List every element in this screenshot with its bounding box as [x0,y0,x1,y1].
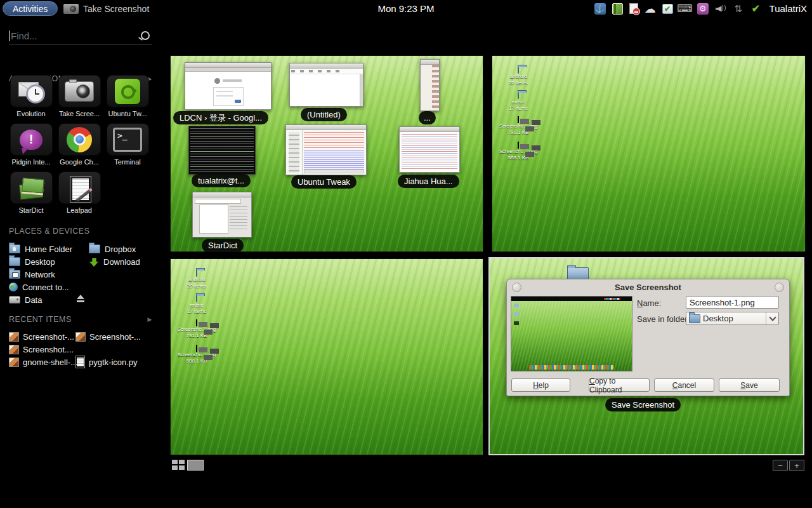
icon-label: music [177,302,216,309]
dropdown-arrow[interactable] [766,312,778,324]
desktop-icon-image[interactable]: Screensho....png 791.1 KB [177,320,216,339]
folder-icon [518,67,519,74]
chevron-right-icon[interactable]: ▶ [148,316,152,323]
window-ubuntu-tweak[interactable] [285,124,367,175]
icon-sublabel: 20 items [499,80,538,86]
icon-label: android [499,74,538,80]
recent-item[interactable]: Screenshot.... [9,343,80,356]
places-section-header: PLACES & DEVICES [9,227,152,236]
icon-sublabel: 588.1 KB [177,358,216,364]
folder-icon [518,92,519,99]
place-label: Connect to... [22,283,69,292]
window-untitled[interactable] [289,63,363,107]
save-screenshot-dialog[interactable]: Save Screenshot Name: Screenshot-1.png S… [506,279,790,396]
desktop-icon-image[interactable]: Screensho....png 588.1 KB [177,345,216,364]
network-transfers-icon[interactable]: ⇅ [733,3,744,15]
focused-app-title: Take Screenshot [83,4,149,14]
pidgin-icon: ! [20,130,43,150]
copy-to-clipboard-button[interactable]: Copy to Clipboard [589,378,650,392]
app-label: Evolution [16,110,45,117]
save-folder-dropdown[interactable]: Desktop [686,312,779,325]
message-blocked-tray-icon[interactable] [629,3,638,14]
window-label: ... [419,111,436,124]
window-label: Save Screenshot [605,398,681,411]
dropbox-tray-icon[interactable]: ✔ [662,4,673,14]
volume-icon[interactable] [715,4,726,13]
icon-sublabel: 588.1 KB [499,155,538,161]
focused-app-indicator[interactable]: Take Screenshot [63,0,149,17]
recent-item[interactable]: Screenshot-... [9,330,80,343]
desktop-icon-folder[interactable]: music 17 items [499,93,538,112]
remove-workspace-button[interactable]: − [773,460,788,471]
place-data[interactable]: Data [9,293,80,306]
grid-view-icon[interactable] [172,460,185,471]
icon-sublabel: 791.1 KB [499,130,538,136]
activities-button[interactable]: Activities [3,1,58,16]
app-item-take-screenshot[interactable]: Take Scree... [58,75,100,117]
desktop-icon-folder[interactable]: android 20 items [499,67,538,86]
app-item-chrome[interactable]: Google Ch... [58,123,100,166]
app-item-pidgin[interactable]: ! Pidgin Inte... [10,123,52,166]
overview-sidebar: Find... APPLICATIONS ▶ Evolution Take Sc… [0,17,162,508]
desktop-icon-folder[interactable]: android 20 items [177,271,216,290]
recent-title: RECENT ITEMS [9,315,72,324]
image-thumbnail-icon [518,116,519,123]
places-title: PLACES & DEVICES [9,227,90,236]
icon-label: Screensho....png [499,149,538,155]
app-item-leafpad[interactable]: Leafpad [58,171,100,214]
app-item-evolution[interactable]: Evolution [10,75,52,117]
app-item-ubuntu-tweak[interactable]: Ubuntu Tw... [107,75,148,117]
place-dropbox[interactable]: Dropbox [89,243,140,255]
workspace-thumbnail-3[interactable]: android 20 items music 17 items Screensh… [170,258,483,455]
window-label: Ubuntu Tweak [291,175,357,189]
settings-gear-tray-icon[interactable]: ⚙ [697,3,709,15]
app-label: Terminal [114,158,141,166]
cloud-tray-icon[interactable]: ☁ [645,3,656,15]
place-desktop[interactable]: Desktop [9,255,80,268]
filename-input[interactable]: Screenshot-1.png [686,296,779,309]
recent-label: Screenshot.... [23,345,74,354]
single-view-icon[interactable] [187,460,204,471]
desktop-icon-image[interactable]: Screensho....png 791.1 KB [499,117,538,136]
place-home-folder[interactable]: Home Folder [9,243,80,255]
place-network[interactable]: Network [9,268,80,281]
home-folder-icon [9,244,20,253]
place-label: Home Folder [25,244,72,254]
app-item-terminal[interactable]: Terminal [107,123,148,166]
icon-label: Screensho....png [499,123,538,130]
desktop-icon-folder[interactable]: music 17 items [177,296,216,315]
icon-label: music [499,99,538,105]
recent-item[interactable]: Screenshot-... [75,330,141,343]
anchor-tray-icon[interactable]: ⚓ [594,3,606,15]
icon-sublabel: 17 items [177,309,216,315]
workspace-thumbnail-2[interactable]: android 20 items music 17 items Screensh… [492,55,806,252]
window-browser[interactable] [185,62,272,110]
eject-icon[interactable] [76,295,85,302]
app-label: Ubuntu Tw... [108,110,147,117]
dictionary-tray-icon[interactable] [612,3,623,15]
add-workspace-button[interactable]: + [789,460,804,471]
places-column-1: Home Folder Desktop Network Connect to..… [9,243,80,306]
window-terminal[interactable] [188,126,256,175]
workspace-thumbnail-1[interactable]: LDCN › 登录 - Googl... (Untitled) ... tual… [170,55,483,252]
place-connect-to[interactable]: Connect to... [9,281,80,293]
leafpad-icon [68,175,91,201]
recent-item[interactable]: pygtk-icon.py [75,356,141,368]
desktop-icon-image[interactable]: Screensho....png 588.1 KB [499,142,538,161]
place-download[interactable]: Download [89,255,140,268]
save-button[interactable]: Save [719,378,780,392]
keyboard-input-tray-icon[interactable]: ⌨ [679,3,691,15]
recent-column-2: Screenshot-... pygtk-icon.py [75,330,141,368]
app-item-stardict[interactable]: StarDict [10,171,52,214]
cancel-button[interactable]: Cancel [654,378,714,392]
workspace-thumbnail-4[interactable]: Save Screenshot Name: Screenshot-1.png S… [488,257,804,455]
workspace-add-remove: − + [773,460,804,471]
window-chat-log[interactable] [399,126,460,173]
recent-item[interactable]: gnome-shell-... [9,356,80,368]
help-button[interactable]: Help [511,378,570,392]
search-input[interactable]: Find... [9,27,152,44]
window-stardict[interactable] [192,192,252,237]
window-buddy-list[interactable] [420,59,440,111]
username-menu[interactable]: TualatriX [769,3,807,14]
image-file-icon [9,332,19,342]
